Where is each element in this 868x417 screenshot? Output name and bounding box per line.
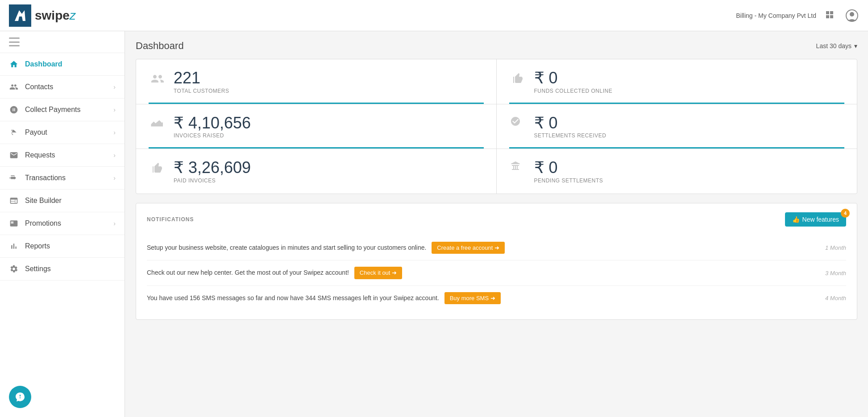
- new-features-button[interactable]: 👍 New features 4: [785, 212, 846, 227]
- nav-items: Dashboard Contacts › Collect Payments › …: [0, 53, 125, 281]
- nav-left: Site Builder: [9, 196, 62, 206]
- stat-total-customers: 221 TOTAL CUSTOMERS: [136, 59, 496, 104]
- chevron-right-icon: ›: [113, 152, 116, 159]
- stat-content: ₹ 3,26,609 PAID INVOICES: [174, 159, 251, 184]
- stat-value: 221: [174, 69, 229, 87]
- notif-item-notif-1: Setup your business website, create cata…: [147, 235, 846, 261]
- chat-button[interactable]: [9, 386, 31, 408]
- chevron-right-icon: ›: [113, 83, 116, 91]
- stat-content: ₹ 0 SETTLEMENTS RECEIVED: [534, 114, 606, 139]
- logo-area: swipez: [9, 4, 76, 27]
- stat-content: ₹ 4,10,656 INVOICES RAISED: [174, 114, 251, 139]
- nav-label: Transactions: [25, 174, 66, 182]
- svg-rect-1: [826, 11, 829, 14]
- sidebar-item-dashboard[interactable]: Dashboard: [0, 53, 125, 76]
- stat-content: 221 TOTAL CUSTOMERS: [174, 69, 229, 94]
- notifications-section: NOTIFICATIONS 👍 New features 4 Setup you…: [136, 203, 857, 320]
- nav-left: Requests: [9, 150, 55, 160]
- user-avatar-icon[interactable]: [845, 8, 859, 23]
- sidebar-item-collect-payments[interactable]: Collect Payments ›: [0, 99, 125, 121]
- rupee-icon: [9, 128, 19, 137]
- thumbsup-icon: 👍: [792, 216, 800, 223]
- rocket-icon: [9, 105, 19, 115]
- logo-icon: [9, 4, 31, 27]
- stat-invoices-raised: ₹ 4,10,656 INVOICES RAISED: [136, 104, 496, 149]
- stat-value: ₹ 0: [534, 69, 613, 87]
- notif-cta-button[interactable]: Check it out ➜: [354, 267, 402, 279]
- nav-label: Requests: [25, 151, 55, 159]
- sidebar: Dashboard Contacts › Collect Payments › …: [0, 31, 125, 417]
- nav-label: Settings: [25, 265, 51, 273]
- checkbadge-icon: [509, 116, 527, 136]
- nav-left: Settings: [9, 264, 51, 274]
- nav-label: Site Builder: [25, 197, 62, 205]
- main-content: Dashboard Last 30 days ▾ 221 TOTAL CUSTO…: [125, 31, 868, 417]
- stat-value: ₹ 0: [534, 159, 603, 177]
- nav-left: Transactions: [9, 173, 66, 183]
- hamburger-icon[interactable]: [9, 37, 20, 46]
- stats-left: 221 TOTAL CUSTOMERS ₹ 4,10,656 INVOICES …: [136, 59, 497, 194]
- stat-label: INVOICES RAISED: [174, 132, 251, 139]
- thumbsup2-icon: [509, 71, 527, 91]
- main-layout: Dashboard Contacts › Collect Payments › …: [0, 31, 868, 417]
- sidebar-item-promotions[interactable]: Promotions ›: [0, 212, 125, 235]
- chevron-down-icon: ▾: [854, 42, 857, 50]
- user-svg: [846, 9, 858, 22]
- sidebar-item-reports[interactable]: Reports: [0, 235, 125, 258]
- nav-left: Reports: [9, 241, 50, 251]
- new-features-label: New features: [802, 216, 839, 223]
- transactions-icon: [9, 173, 19, 183]
- header-right: Billing - My Company Pvt Ltd: [736, 8, 859, 23]
- stat-label: TOTAL CUSTOMERS: [174, 88, 229, 94]
- notif-text: You have used 156 SMS messages so far an…: [147, 292, 818, 305]
- chevron-right-icon: ›: [113, 106, 116, 113]
- stat-content: ₹ 0 PENDING SETTLEMENTS: [534, 159, 603, 184]
- logo-svg: [13, 8, 27, 23]
- notif-text: Check out our new help center. Get the m…: [147, 267, 818, 279]
- date-filter-dropdown[interactable]: Last 30 days ▾: [816, 42, 857, 50]
- notif-cta-button[interactable]: Create a free account ➜: [432, 242, 505, 254]
- date-filter-label: Last 30 days: [816, 42, 851, 50]
- bank-icon: [509, 161, 527, 180]
- stat-content: ₹ 0 FUNDS COLLECTED ONLINE: [534, 69, 613, 94]
- contacts-icon: [9, 82, 19, 92]
- sidebar-item-transactions[interactable]: Transactions ›: [0, 167, 125, 190]
- stat-value: ₹ 4,10,656: [174, 114, 251, 132]
- sidebar-item-site-builder[interactable]: Site Builder: [0, 190, 125, 212]
- nav-left: Promotions: [9, 219, 61, 228]
- nav-label: Promotions: [25, 219, 61, 227]
- sidebar-item-requests[interactable]: Requests ›: [0, 144, 125, 167]
- sidebar-item-payout[interactable]: Payout ›: [0, 121, 125, 144]
- nav-left: Payout: [9, 128, 47, 137]
- gear-icon: [9, 264, 19, 274]
- chart-icon: [149, 116, 166, 136]
- home-icon: [9, 59, 19, 69]
- notif-time: 1 Month: [825, 244, 846, 251]
- logo-main: swipe: [35, 8, 70, 22]
- company-name: Billing - My Company Pvt Ltd: [736, 12, 816, 19]
- logo-text: swipez: [35, 8, 76, 23]
- sidebar-item-contacts[interactable]: Contacts ›: [0, 76, 125, 99]
- notif-item-notif-2: Check out our new help center. Get the m…: [147, 260, 846, 286]
- nav-label: Collect Payments: [25, 106, 81, 114]
- notif-list: Setup your business website, create cata…: [147, 235, 846, 311]
- reports-icon: [9, 241, 19, 251]
- sidebar-toggle[interactable]: [0, 31, 125, 53]
- people-icon: [149, 71, 166, 91]
- nav-left: Dashboard: [9, 59, 62, 69]
- stat-paid-invoices: ₹ 3,26,609 PAID INVOICES: [136, 149, 496, 194]
- stat-label: PAID INVOICES: [174, 178, 251, 184]
- stats-right: ₹ 0 FUNDS COLLECTED ONLINE ₹ 0 SETTLEMEN…: [497, 59, 857, 194]
- thumbsup-icon: [149, 161, 166, 180]
- sidebar-item-settings[interactable]: Settings: [0, 258, 125, 281]
- grid-svg: [826, 11, 835, 21]
- grid-apps-icon[interactable]: [823, 8, 838, 23]
- stat-label: PENDING SETTLEMENTS: [534, 178, 603, 184]
- notif-time: 4 Month: [825, 295, 846, 301]
- chat-icon: [15, 392, 25, 402]
- stat-pending-settlements: ₹ 0 PENDING SETTLEMENTS: [497, 149, 857, 194]
- promotions-icon: [9, 219, 19, 228]
- stat-funds-collected: ₹ 0 FUNDS COLLECTED ONLINE: [497, 59, 857, 104]
- notif-cta-button[interactable]: Buy more SMS ➜: [444, 292, 501, 305]
- notif-header: NOTIFICATIONS 👍 New features 4: [147, 212, 846, 227]
